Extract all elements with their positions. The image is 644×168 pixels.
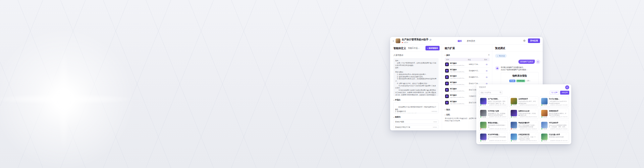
plugin-row: MCS插件https://dme.cn-north-4.hu... 创建生产工单… <box>445 61 490 68</box>
card-description: 上传设计稿或草图，生成一个专业的Web UI界面 <box>519 136 537 140</box>
plugin-name: MCS插件 <box>450 88 469 90</box>
plugins-section-header[interactable]: ▴ 插件 + <box>445 54 490 56</box>
plugin-name: MCS插件 <box>450 62 469 65</box>
plugins-label: 插件 <box>446 54 450 56</box>
card-title: 养蜂管理助手 <box>549 110 565 112</box>
create-app-button[interactable]: 创建应用 <box>560 91 569 95</box>
persona-editor[interactable]: 角色： 你是一个生产管理智能助手，你的任务是根据用户输入完成任务并提供相关的咨询… <box>393 58 439 96</box>
card-menu-icon[interactable]: ··· <box>566 121 568 123</box>
card-status: 已发布 <box>482 140 486 142</box>
remove-plugin-icon[interactable]: ⊖ <box>484 70 489 72</box>
card-menu-icon[interactable]: ··· <box>504 121 507 123</box>
plugin-icon <box>445 69 449 73</box>
app-card[interactable]: ··· 营销业务智能... 帮助营销团队快速制定营销计划 未发布发布时间 202… <box>479 120 508 131</box>
remove-plugin-icon[interactable]: ⊖ <box>484 76 489 79</box>
robot-avatar-icon <box>495 66 499 71</box>
tab-orchestrate[interactable]: 编排 <box>458 39 462 42</box>
app-card[interactable]: ··· 生产执行管理... 对接生产执行管理系统，帮助用户添加生产物料产品、查询… <box>479 96 508 107</box>
card-status: 已发布 <box>513 116 517 118</box>
plugin-icon <box>445 88 449 92</box>
app-card[interactable]: ··· 零缺陷质量助手 基于工单数据预测产品质量，提供质量领域的知识问答 未发布… <box>509 120 538 131</box>
card-menu-icon[interactable]: ··· <box>566 97 568 99</box>
search-input[interactable] <box>479 91 502 94</box>
recommended-question-input[interactable]: 查询生产报告 6/100 <box>393 120 439 124</box>
publish-app-button[interactable]: 发布应用 <box>528 39 540 43</box>
add-plugin-icon[interactable]: + <box>488 54 489 56</box>
back-icon[interactable]: ‹ <box>393 39 394 42</box>
recommended-question-input[interactable]: 查询待生产的生产工单 10/100 <box>393 125 439 129</box>
card-description: 对接生产执行管理系统，帮助用户添加生产物料产品、查询生产报告 <box>488 101 506 104</box>
app-card[interactable]: ··· 行业问题小助手 帮助解答行业相关的问题 已发布发布时间 2024-08-… <box>540 132 569 142</box>
caret-up-icon: ▴ <box>445 114 445 116</box>
card-menu-icon[interactable]: ··· <box>504 97 507 99</box>
app-card[interactable]: ··· 养蜂管理助手 实时监控蜂箱的各项数据，提供科学的养蜂建议 已发布发布时间… <box>540 108 569 119</box>
assistant-text-line: 点击以下链接查看物料产品库存报告： <box>501 69 540 71</box>
card-thumbnail <box>541 134 548 140</box>
card-menu-icon[interactable]: ··· <box>566 133 568 135</box>
card-publish-time: 发布时间 2024-08-27 17:11:38 <box>550 104 568 106</box>
card-description: 专业的合同审查小帮手，评估合同条款风险 <box>519 101 537 104</box>
copy-icon[interactable] <box>430 39 432 41</box>
app-card[interactable]: ··· 故事绘本与分析 生成生动的绘本故事，提供有趣的脚本分析 已发布发布时间 … <box>509 108 538 119</box>
app-card[interactable]: ··· 华为iDME领航... 专注于iDME领域的智能问答助手 已发布发布时间… <box>479 132 508 142</box>
report-legend: 库存量 平均库存量 ‹ 1/5 › <box>503 80 537 82</box>
card-menu-icon[interactable]: ··· <box>535 121 537 123</box>
plugin-url: https://dme.cn-north-4.hu... <box>450 90 469 92</box>
card-description: Kubernetes运维领域的专家助手，提供巡检、调优、故障诊断 <box>549 124 568 128</box>
opening-char-count: 146/1000 <box>431 111 437 113</box>
plugin-name: MCS插件 <box>450 69 469 71</box>
card-description: 专注于iDME领域的智能问答助手 <box>488 136 506 140</box>
import-app-button[interactable]: 导入应用 <box>550 91 559 95</box>
status-dot <box>541 104 542 106</box>
card-menu-icon[interactable]: ··· <box>504 109 507 111</box>
tab-publish-history[interactable]: 发布历史 <box>467 39 475 42</box>
card-publish-time: 发布时间 2024-08-26 16:40:11 <box>520 140 537 141</box>
mode-dropdown[interactable]: 智能工作流 ∨ <box>408 47 420 50</box>
remove-plugin-icon[interactable]: ⊖ <box>484 63 489 66</box>
unpublished-dot <box>402 42 403 43</box>
app-card[interactable]: ··· DevOps智能... 一键生成基于DevOps的CI/CD流水线并部署… <box>540 96 569 107</box>
user-message-row: 查询物料产品库存 C <box>495 60 540 64</box>
gear-icon[interactable]: ⚙ <box>523 39 526 42</box>
card-description: 实时监控蜂箱的各项数据，提供科学的养蜂建议 <box>549 113 568 116</box>
card-status: 已发布 <box>482 104 486 106</box>
card-status: 未发布 <box>513 128 517 130</box>
plugin-url: https://dme.cn-north-4.hu... <box>450 84 469 86</box>
opening-editor[interactable]: 欢迎使用生产执行管理系统智能助手！我能为您提供以下服务： 1. 添加物料产品 2… <box>393 102 439 113</box>
card-title: 故事绘本与分析 <box>519 110 534 112</box>
card-menu-icon[interactable]: ··· <box>535 109 537 111</box>
app-card[interactable]: ··· K8S运维助手 Kubernetes运维领域的专家助手，提供巡检、调优、… <box>540 120 569 131</box>
status-dot <box>541 128 542 129</box>
questions-section-header[interactable]: ▴ 推荐问 <box>393 116 439 119</box>
plugin-name: MCS插件 <box>450 75 469 78</box>
card-menu-icon[interactable]: ··· <box>535 97 537 99</box>
plugin-description: 添加物料产品... <box>469 70 484 72</box>
app-card[interactable]: ··· SCRM客户运营 对接客服数字广场，私域营销和转化全流程智能化管理 已发… <box>479 108 508 119</box>
page-next-icon[interactable]: › <box>530 80 530 82</box>
plugin-url: https://dme.cn-north-4.hu... <box>450 103 469 105</box>
card-menu-icon[interactable]: ··· <box>566 109 568 111</box>
add-agent-button[interactable]: + 添加智能体 <box>425 46 439 51</box>
plugin-table-header: 插件 描述 操作 <box>445 58 490 61</box>
card-title: 生产执行管理... <box>488 98 504 100</box>
card-publish-time: 发布时间 2024-08-28 15:07:12 <box>520 104 537 106</box>
capability-panel-title: 能力扩展 <box>445 47 455 50</box>
app-card[interactable]: ··· 合同审查助手 专业的合同审查小帮手，评估合同条款风险 已发布发布时间 2… <box>509 96 538 107</box>
agent-avatar <box>395 38 400 43</box>
app-card[interactable]: ··· 多模态抠图应用 上传设计稿或草图，生成一个专业的Web UI界面 已发布… <box>509 132 538 142</box>
card-menu-icon[interactable]: ··· <box>504 133 507 135</box>
debug-info-pill[interactable]: ∨ 调试信息 <box>495 54 506 58</box>
card-menu-icon[interactable]: ··· <box>535 133 537 135</box>
opening-section-header[interactable]: ▴ 开场白 <box>393 99 439 101</box>
status-dot <box>511 140 512 141</box>
card-title: 多模态抠图应用 <box>519 134 534 136</box>
page-prev-icon[interactable]: ‹ <box>526 80 527 82</box>
card-publish-time: 发布时间 2024-08-26 18:14:27 <box>489 140 506 141</box>
card-thumbnail <box>480 110 487 116</box>
caret-down-icon: ▾ <box>445 109 445 111</box>
chevron-down-icon: ∨ <box>497 55 498 57</box>
user-avatar[interactable]: C <box>565 85 569 89</box>
plugin-url: https://dme.cn-north-4.hu... <box>450 71 469 73</box>
card-publish-time: 发布时间 2024-08-26 15:22:48 <box>550 140 568 141</box>
memory-label: 记忆 <box>446 114 450 116</box>
